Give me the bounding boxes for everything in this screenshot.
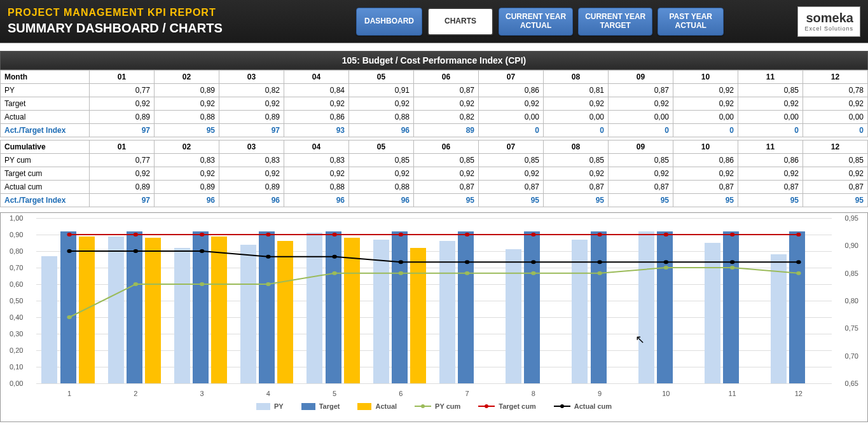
bar-target: [657, 231, 673, 383]
table-cell: 0,89: [90, 181, 155, 194]
table-header: 07: [479, 140, 544, 154]
table-header: 09: [609, 71, 673, 84]
x-axis-tick: 11: [699, 390, 766, 397]
table-header: 04: [284, 140, 349, 154]
x-axis-tick: 3: [169, 390, 235, 397]
table-header: 11: [738, 140, 803, 154]
table-cell: 0,88: [284, 181, 349, 194]
kpi-title: 105: Budget / Cost Performance Index (CP…: [0, 51, 868, 70]
table-cell: 0,87: [609, 84, 673, 97]
legend-target: Target: [319, 402, 340, 410]
table-header: 04: [284, 71, 349, 84]
x-axis-tick: 4: [235, 390, 301, 397]
table-cell: 0,87: [738, 181, 803, 194]
table-cell: 96: [349, 194, 414, 207]
monthly-table: Month010203040506070809101112 PY0,770,89…: [0, 70, 868, 137]
table-header: 02: [155, 140, 219, 154]
y-axis-left-tick: 0,60: [10, 280, 23, 288]
table-cell: 0,86: [738, 154, 803, 167]
y-axis-left-tick: 1,00: [10, 214, 23, 222]
y-axis-right-tick: 0,85: [845, 270, 858, 277]
table-cell: 0,86: [673, 154, 738, 167]
table-header: 05: [349, 71, 414, 84]
x-axis-tick: 5: [301, 390, 368, 397]
y-axis-right-tick: 0,90: [845, 242, 858, 249]
table-cell: 95: [414, 194, 479, 207]
x-axis-tick: 9: [567, 390, 633, 397]
table-cell: 95: [673, 194, 738, 207]
table-cell: 0: [609, 124, 673, 137]
table-header: 10: [673, 71, 738, 84]
table-header: 08: [544, 71, 609, 84]
report-subtitle: SUMMARY DASHBOARD / CHARTS: [8, 21, 351, 36]
table-header: 12: [803, 140, 868, 154]
y-axis-left-tick: 0,00: [10, 380, 23, 387]
table-header: 10: [673, 140, 738, 154]
legend-actualcum: Actual cum: [574, 402, 612, 410]
table-cell: 0,83: [284, 154, 349, 167]
bar-target: [259, 231, 275, 383]
table-cell: 0,86: [479, 84, 544, 97]
bar-target: [326, 231, 341, 383]
table-cell: 0,77: [90, 154, 155, 167]
x-axis-tick: 8: [500, 390, 567, 397]
row-label: PY: [1, 84, 90, 97]
bar-py: [439, 241, 455, 383]
row-label: Act./Target Index: [1, 124, 90, 137]
legend-pycum: PY cum: [435, 402, 460, 410]
table-cell: 96: [349, 124, 414, 137]
y-axis-left-tick: 0,70: [10, 264, 23, 271]
legend-actual: Actual: [375, 402, 397, 410]
table-cell: 0,92: [349, 97, 414, 111]
logo: someka Excel Solutions: [797, 6, 860, 37]
table-header: 02: [155, 71, 219, 84]
table-cell: 0,92: [90, 167, 155, 181]
table-cell: 0,85: [414, 154, 479, 167]
past-year-actual-button[interactable]: PAST YEAR ACTUAL: [658, 8, 724, 36]
bar-actual: [277, 241, 293, 383]
table-header: 11: [738, 71, 803, 84]
y-axis-left-tick: 0,50: [10, 297, 23, 305]
x-axis-tick: 2: [102, 390, 169, 397]
table-cell: 0,84: [284, 84, 349, 97]
table-header: 05: [349, 140, 414, 154]
table-cell: 0,00: [803, 111, 868, 124]
table-cell: 0,92: [155, 167, 219, 181]
charts-button[interactable]: CHARTS: [427, 8, 493, 36]
table-cell: 0,87: [609, 181, 673, 194]
bar-target: [591, 231, 607, 383]
table-cell: 95: [544, 194, 609, 207]
table-cell: 0,92: [349, 167, 414, 181]
table-header: Cumulative: [1, 140, 90, 154]
bar-actual: [410, 248, 426, 383]
table-cell: 0,00: [609, 111, 673, 124]
bar-py: [108, 236, 124, 383]
x-axis-tick: 1: [36, 390, 102, 397]
table-cell: 0,00: [479, 111, 544, 124]
table-cell: 0,89: [155, 181, 219, 194]
table-cell: 0,92: [219, 167, 284, 181]
table-header: 03: [219, 140, 284, 154]
table-cell: 0,00: [738, 111, 803, 124]
logo-text: someka: [806, 11, 854, 25]
table-cell: 0,92: [155, 97, 219, 111]
current-year-target-button[interactable]: CURRENT YEAR TARGET: [578, 8, 652, 36]
table-cell: 0,81: [544, 84, 609, 97]
y-axis-right-tick: 0,95: [845, 214, 858, 222]
table-cell: 97: [90, 194, 155, 207]
x-axis-tick: 6: [368, 390, 434, 397]
bar-py: [240, 245, 256, 383]
chart-container: 0,000,100,200,300,400,500,600,700,800,90…: [0, 212, 868, 422]
current-year-actual-button[interactable]: CURRENT YEAR ACTUAL: [499, 8, 573, 36]
table-cell: 0,86: [284, 111, 349, 124]
table-cell: 0,85: [803, 154, 868, 167]
y-axis-left-tick: 0,80: [10, 247, 23, 255]
cumulative-table: Cumulative010203040506070809101112 PY cu…: [0, 140, 868, 207]
table-cell: 0,00: [673, 111, 738, 124]
table-header: Month: [1, 71, 90, 84]
bar-py: [705, 243, 720, 383]
table-cell: 89: [414, 124, 479, 137]
row-label: Target: [1, 97, 90, 111]
dashboard-button[interactable]: DASHBOARD: [356, 8, 422, 36]
table-cell: 96: [155, 194, 219, 207]
